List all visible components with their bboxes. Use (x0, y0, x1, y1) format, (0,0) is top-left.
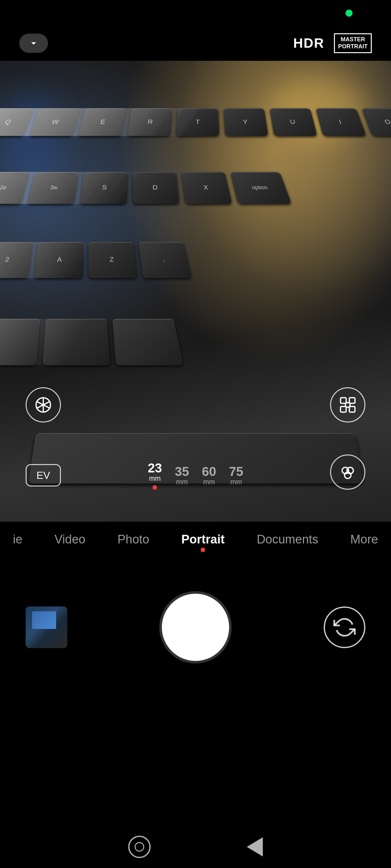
flip-camera-button[interactable] (324, 607, 365, 648)
portrait-mode-label: PORTRAIT (338, 43, 368, 50)
key-comma: , (138, 242, 191, 278)
keyboard-row-2: 2e 3w S D X option (0, 172, 291, 204)
shutter-button[interactable] (162, 594, 229, 661)
viewfinder-background: Q W E R T Y U I O 2e 3w S D X option 2 A… (0, 61, 391, 522)
home-icon (135, 842, 144, 852)
svg-rect-10 (350, 406, 355, 412)
bokeh-icon (338, 463, 357, 482)
focal-60-num: 60 (202, 465, 216, 478)
master-portrait-badge: MASTER PORTRAIT (334, 33, 372, 53)
svg-line-2 (43, 401, 50, 405)
focal-active-dot (152, 485, 157, 490)
home-button[interactable] (128, 836, 150, 858)
svg-line-6 (36, 401, 43, 405)
aperture-icon (34, 395, 53, 414)
mode-more[interactable]: More (334, 533, 391, 546)
svg-line-3 (43, 405, 50, 408)
navigation-bar (0, 826, 391, 868)
focal-35-unit: mm (176, 478, 188, 486)
status-indicator-dot (345, 9, 353, 17)
focus-button[interactable] (330, 387, 365, 423)
mode-portrait-label: Portrait (181, 533, 225, 546)
camera-viewfinder[interactable]: Q W E R T Y U I O 2e 3w S D X option 2 A… (0, 61, 391, 522)
gallery-thumb-screen (32, 611, 56, 629)
focal-35-num: 35 (175, 465, 189, 478)
key-o: O (362, 108, 391, 136)
bottom-controls (0, 557, 391, 698)
mode-selector: ie Video Photo Portrait Documents More (0, 522, 391, 557)
ev-label: EV (36, 469, 50, 482)
top-controls-bar: HDR MASTER PORTRAIT (0, 26, 391, 61)
bokeh-effects-button[interactable] (330, 455, 365, 490)
flip-camera-icon (333, 616, 356, 639)
master-label: MASTER (338, 36, 368, 43)
focal-75-num: 75 (229, 465, 244, 478)
mode-documents[interactable]: Documents (241, 533, 334, 546)
focus-icon (338, 395, 357, 414)
mode-photo[interactable]: Photo (101, 533, 165, 546)
mode-ie-label: ie (13, 533, 22, 546)
ev-button[interactable]: EV (26, 464, 61, 487)
mode-photo-label: Photo (117, 533, 149, 546)
mode-more-label: More (350, 533, 378, 546)
focal-75-unit: mm (230, 478, 242, 486)
keyboard-row-4 (0, 319, 183, 365)
keyboard-row-1: Q W E R T Y U I O (0, 108, 391, 136)
mode-documents-label: Documents (257, 533, 318, 546)
focal-35mm[interactable]: 35 mm (175, 465, 189, 486)
svg-rect-8 (350, 398, 355, 404)
keyboard-row-3: 2 A Z , (0, 242, 192, 278)
focal-60mm[interactable]: 60 mm (202, 465, 216, 486)
chevron-down-icon (28, 37, 39, 49)
focal-23-unit: mm (149, 474, 161, 483)
status-bar (0, 0, 391, 26)
mode-active-indicator (201, 548, 205, 552)
key-option: option (230, 172, 291, 204)
focal-60-unit: mm (203, 478, 215, 486)
top-right-controls: HDR MASTER PORTRAIT (293, 33, 372, 53)
focal-23mm[interactable]: 23 mm (148, 462, 162, 490)
dropdown-button[interactable] (19, 34, 48, 53)
mode-video[interactable]: Video (38, 533, 102, 546)
gallery-thumbnail[interactable] (26, 607, 67, 648)
svg-rect-9 (341, 406, 346, 412)
focal-length-selector: 23 mm 35 mm 60 mm 75 mm (148, 462, 243, 490)
svg-rect-7 (341, 398, 346, 404)
mode-portrait[interactable]: Portrait (165, 533, 241, 546)
focal-75mm[interactable]: 75 mm (229, 465, 244, 486)
mode-ie[interactable]: ie (0, 533, 38, 546)
svg-point-11 (345, 403, 350, 407)
mode-video-label: Video (55, 533, 86, 546)
svg-line-5 (36, 405, 43, 408)
aperture-button[interactable] (26, 387, 61, 423)
gallery-thumb-image (26, 607, 67, 648)
focal-23-num: 23 (148, 462, 162, 474)
hdr-label[interactable]: HDR (293, 35, 324, 51)
key-bottom-r (112, 319, 184, 365)
back-button[interactable] (247, 837, 263, 857)
